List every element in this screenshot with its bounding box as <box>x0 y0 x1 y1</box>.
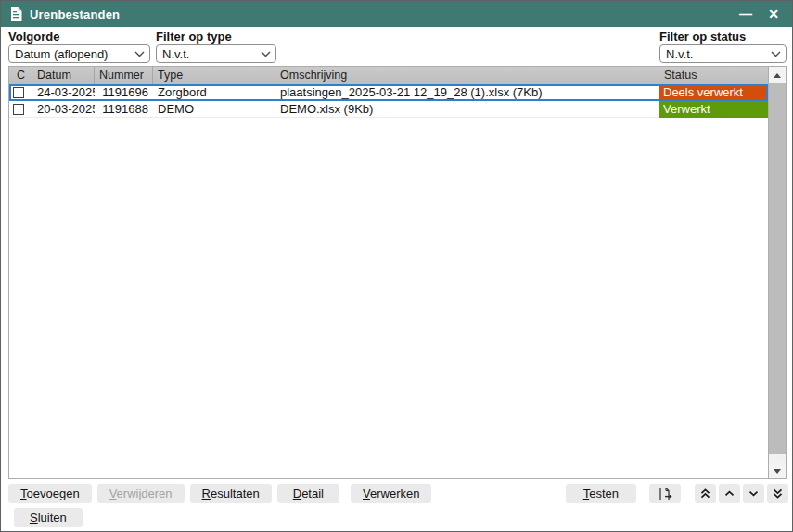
filter-type-dropdown[interactable]: N.v.t. <box>156 44 276 63</box>
row-checkbox[interactable] <box>13 104 24 115</box>
filter-group-status: Filter op status N.v.t. <box>659 29 787 64</box>
chevron-down-icon <box>134 51 145 57</box>
volgorde-dropdown[interactable]: Datum (aflopend) <box>8 44 150 63</box>
chevron-up-icon <box>723 488 735 500</box>
resultaten-button[interactable]: Resultaten <box>190 484 272 503</box>
scrollbar-up-button[interactable] <box>769 67 786 83</box>
urenbestanden-window: Urenbestanden — ✕ Volgorde Datum (aflope… <box>0 0 793 532</box>
filter-type-label: Filter op type <box>156 29 276 44</box>
filter-status-value: N.v.t. <box>666 47 767 61</box>
export-button[interactable] <box>649 484 681 503</box>
document-export-icon <box>658 487 673 501</box>
triangle-down-icon <box>774 469 781 474</box>
close-button[interactable]: ✕ <box>764 5 783 23</box>
table-row[interactable]: 24-03-2025 1191696 Zorgbord plaatsingen_… <box>9 84 768 101</box>
scroll-bottom-button[interactable] <box>767 484 788 503</box>
cell-nummer: 1191696 <box>95 84 153 101</box>
toevoegen-button[interactable]: Toevoegen <box>8 484 92 503</box>
scrollbar-down-button[interactable] <box>769 463 786 478</box>
chevron-down-icon <box>261 51 271 57</box>
action-bar: Toevoegen Verwijderen Resultaten Detail … <box>1 479 792 503</box>
cell-type: DEMO <box>153 101 275 118</box>
column-header-status: Status <box>659 67 768 84</box>
chevron-down-icon <box>771 51 781 57</box>
scrollbar-track[interactable] <box>769 454 786 463</box>
status-badge: Deels verwerkt <box>659 84 768 101</box>
cell-datum: 20-03-2025 <box>32 101 95 118</box>
filter-group-volgorde: Volgorde Datum (aflopend) <box>8 29 150 64</box>
cell-type: Zorgbord <box>153 84 275 101</box>
column-header-type: Type <box>153 67 275 84</box>
scrollbar-thumb[interactable] <box>769 83 786 454</box>
double-chevron-up-icon <box>699 488 711 500</box>
titlebar: Urenbestanden — ✕ <box>1 1 792 27</box>
cell-nummer: 1191688 <box>95 101 153 118</box>
volgorde-label: Volgorde <box>8 29 150 44</box>
filter-status-label: Filter op status <box>659 29 787 44</box>
status-badge: Verwerkt <box>659 101 768 118</box>
table-empty-area <box>9 118 768 478</box>
cell-datum: 24-03-2025 <box>32 84 95 101</box>
filter-type-value: N.v.t. <box>162 47 257 61</box>
triangle-up-icon <box>774 73 781 78</box>
verwerken-button[interactable]: Verwerken <box>351 484 431 503</box>
scroll-top-button[interactable] <box>695 484 716 503</box>
sluiten-button[interactable]: Sluiten <box>14 508 83 527</box>
filter-status-dropdown[interactable]: N.v.t. <box>659 44 787 63</box>
double-chevron-down-icon <box>772 488 784 500</box>
column-header-c: C <box>9 67 32 84</box>
column-header-datum: Datum <box>32 67 95 84</box>
chevron-down-icon <box>748 488 760 500</box>
column-header-nummer: Nummer <box>95 67 153 84</box>
column-header-omschrijving: Omschrijving <box>275 67 659 84</box>
minimize-button[interactable]: — <box>736 5 755 23</box>
cell-omschrijving: plaatsingen_2025-03-21 12_19_28 (1).xlsx… <box>275 84 659 101</box>
vertical-scrollbar[interactable] <box>768 67 786 478</box>
table-row[interactable]: 20-03-2025 1191688 DEMO DEMO.xlsx (9Kb) … <box>9 101 768 118</box>
volgorde-value: Datum (aflopend) <box>15 47 131 61</box>
close-bar: Sluiten <box>1 503 792 527</box>
testen-button[interactable]: Testen <box>566 484 636 503</box>
verwijderen-button[interactable]: Verwijderen <box>97 484 185 503</box>
filter-bar: Volgorde Datum (aflopend) Filter op type… <box>1 27 792 64</box>
record-navigation <box>695 484 788 503</box>
move-up-button[interactable] <box>719 484 740 503</box>
table-grid: C Datum Nummer Type Omschrijving Status … <box>9 67 768 478</box>
filter-group-type: Filter op type N.v.t. <box>156 29 276 64</box>
cell-omschrijving: DEMO.xlsx (9Kb) <box>275 101 659 118</box>
files-table: C Datum Nummer Type Omschrijving Status … <box>8 66 787 479</box>
window-title: Urenbestanden <box>30 7 120 21</box>
detail-button[interactable]: Detail <box>277 484 339 503</box>
move-down-button[interactable] <box>743 484 764 503</box>
document-icon <box>10 7 22 21</box>
row-checkbox[interactable] <box>13 87 24 98</box>
table-header: C Datum Nummer Type Omschrijving Status <box>9 67 768 84</box>
